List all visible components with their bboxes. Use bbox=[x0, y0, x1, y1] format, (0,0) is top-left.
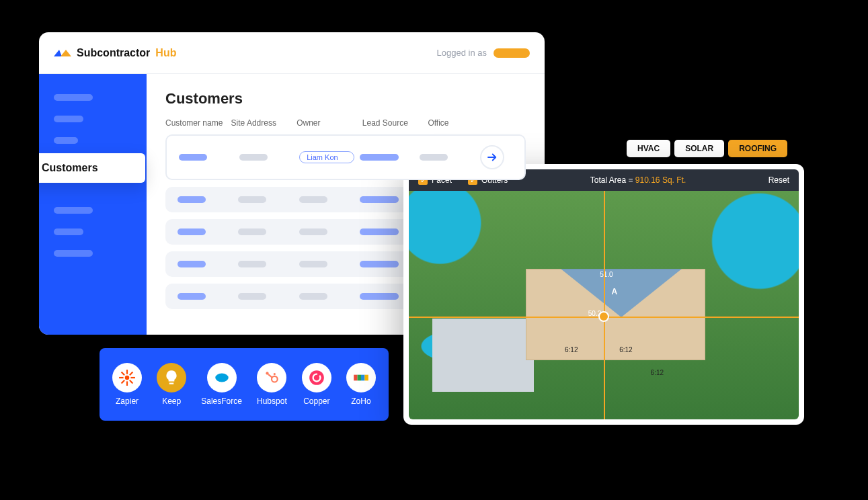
sidebar-item[interactable] bbox=[54, 228, 83, 235]
slope-label: 6:12 bbox=[565, 346, 578, 353]
svg-rect-17 bbox=[354, 375, 357, 381]
svg-point-16 bbox=[309, 370, 324, 385]
integration-zapier[interactable]: Zapier bbox=[112, 363, 142, 406]
total-value: 910.16 Sq. Ft. bbox=[635, 175, 686, 185]
svg-rect-3 bbox=[126, 370, 128, 374]
tab-label: ROOFING bbox=[739, 144, 777, 153]
neighbor-roof bbox=[432, 319, 534, 392]
svg-rect-19 bbox=[361, 375, 364, 381]
integration-label: Hubspot bbox=[257, 397, 287, 406]
cell-placeholder bbox=[238, 261, 266, 267]
aerial-viewport[interactable]: A 51.0 50.2 6:12 6:12 6:12 bbox=[409, 191, 799, 419]
sidebar-item[interactable] bbox=[54, 94, 93, 101]
tab-solar[interactable]: SOLAR bbox=[674, 140, 724, 157]
logged-in-label: Logged in as bbox=[437, 48, 487, 58]
crosshair-vertical bbox=[604, 191, 605, 419]
open-row-button[interactable] bbox=[480, 145, 504, 169]
integration-label: ZoHo bbox=[351, 397, 370, 406]
svg-rect-10 bbox=[129, 380, 133, 384]
cell-placeholder bbox=[177, 228, 206, 235]
col-lead-source: Lead Source bbox=[362, 118, 423, 128]
svg-line-14 bbox=[269, 374, 273, 378]
integration-salesforce[interactable]: SalesForce bbox=[201, 363, 242, 406]
salesforce-icon bbox=[207, 363, 237, 392]
cell-placeholder bbox=[360, 261, 399, 267]
brand: Subcontractor Hub bbox=[54, 47, 176, 59]
cell-placeholder bbox=[360, 196, 399, 203]
table-header-row: Customer name Site Address Owner Lead So… bbox=[165, 118, 526, 128]
cell-placeholder bbox=[239, 154, 268, 161]
selected-facet-overlay[interactable] bbox=[561, 269, 682, 317]
svg-point-15 bbox=[274, 373, 276, 375]
cell-placeholder bbox=[299, 228, 327, 235]
integration-hubspot[interactable]: Hubspot bbox=[257, 363, 287, 406]
cell-placeholder bbox=[238, 228, 266, 235]
sidebar-item[interactable] bbox=[54, 250, 93, 257]
col-site-address: Site Address bbox=[231, 118, 292, 128]
svg-rect-6 bbox=[130, 377, 135, 378]
sidebar-item[interactable] bbox=[54, 137, 78, 144]
tab-label: HVAC bbox=[637, 144, 660, 153]
tab-hvac[interactable]: HVAC bbox=[627, 140, 670, 157]
facet-name-label: A bbox=[612, 287, 618, 296]
cell-placeholder bbox=[179, 154, 207, 161]
user-avatar-placeholder[interactable] bbox=[494, 48, 530, 58]
col-customer-name: Customer name bbox=[165, 118, 226, 128]
brand-suffix: Hub bbox=[155, 47, 176, 59]
integration-label: Copper bbox=[303, 397, 329, 406]
col-office: Office bbox=[428, 118, 488, 128]
svg-rect-20 bbox=[364, 375, 368, 381]
integration-label: SalesForce bbox=[201, 397, 242, 406]
sidebar-item[interactable] bbox=[54, 116, 83, 122]
center-node-handle[interactable] bbox=[598, 311, 609, 322]
login-status: Logged in as bbox=[437, 48, 530, 58]
cell-placeholder bbox=[420, 154, 448, 161]
brand-name: Subcontractor bbox=[77, 47, 150, 59]
hubspot-icon bbox=[257, 363, 286, 392]
table-row[interactable]: Liam Kon bbox=[165, 134, 526, 180]
cell-placeholder bbox=[238, 196, 266, 203]
cell-placeholder bbox=[360, 228, 399, 235]
svg-point-13 bbox=[266, 372, 269, 374]
cell-placeholder bbox=[177, 261, 206, 267]
cell-placeholder bbox=[360, 293, 399, 300]
integration-label: Keep bbox=[162, 397, 181, 406]
reset-button[interactable]: Reset bbox=[768, 175, 789, 185]
sidebar-active-label: Customers bbox=[42, 162, 98, 174]
cell-placeholder bbox=[299, 293, 327, 300]
zapier-icon bbox=[112, 363, 142, 392]
roof-tool-panel: ✓ Facet ✓ Gutters Total Area = 910.16 Sq… bbox=[403, 164, 804, 425]
sidebar-item[interactable] bbox=[54, 207, 93, 214]
page-title: Customers bbox=[165, 90, 526, 108]
integration-keep[interactable]: Keep bbox=[157, 363, 186, 406]
integrations-bar: Zapier Keep SalesForce Hubspot Copper Zo… bbox=[100, 348, 389, 421]
keep-icon bbox=[157, 363, 186, 392]
mode-tabs: HVAC SOLAR ROOFING bbox=[627, 140, 787, 157]
integration-label: Zapier bbox=[116, 397, 139, 406]
svg-point-2 bbox=[125, 376, 130, 380]
owner-tag[interactable]: Liam Kon bbox=[299, 151, 354, 163]
cell-placeholder bbox=[177, 196, 206, 203]
svg-marker-0 bbox=[54, 50, 62, 56]
tab-label: SOLAR bbox=[685, 144, 713, 153]
integration-copper[interactable]: Copper bbox=[302, 363, 331, 406]
svg-rect-7 bbox=[129, 372, 133, 376]
sidebar-active-tab[interactable]: Customers bbox=[39, 153, 145, 183]
app-header: Subcontractor Hub Logged in as bbox=[39, 32, 545, 74]
svg-rect-5 bbox=[119, 377, 124, 378]
total-area-readout: Total Area = 910.16 Sq. Ft. bbox=[590, 175, 686, 185]
zoho-icon bbox=[346, 363, 376, 392]
svg-marker-1 bbox=[61, 50, 71, 56]
tab-roofing[interactable]: ROOFING bbox=[728, 140, 787, 157]
arrow-right-icon bbox=[486, 151, 498, 163]
svg-rect-8 bbox=[121, 380, 125, 384]
cell-placeholder bbox=[299, 261, 327, 267]
svg-rect-18 bbox=[358, 375, 361, 381]
reset-label: Reset bbox=[768, 175, 789, 185]
cell-placeholder bbox=[177, 293, 206, 300]
copper-icon bbox=[302, 363, 331, 392]
cell-placeholder bbox=[360, 154, 399, 161]
brand-logo-icon bbox=[54, 47, 71, 59]
integration-zoho[interactable]: ZoHo bbox=[346, 363, 376, 406]
edge-length-label: 51.0 bbox=[600, 271, 613, 278]
